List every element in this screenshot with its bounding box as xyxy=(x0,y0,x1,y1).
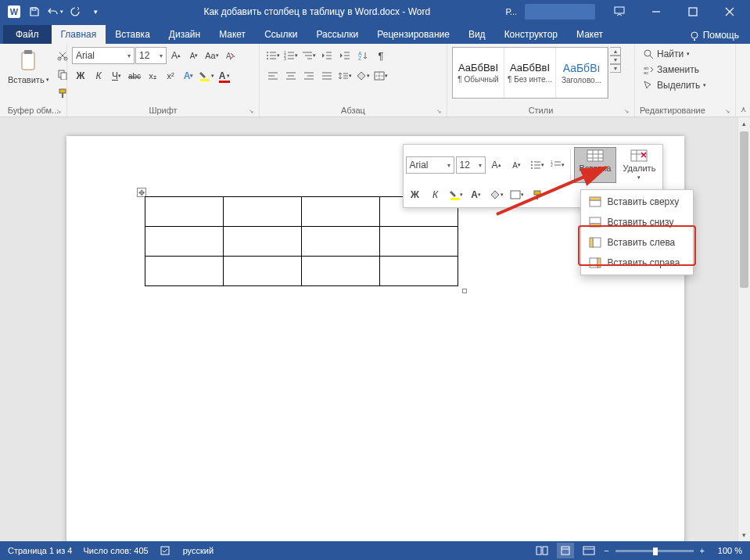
status-spellcheck-icon[interactable] xyxy=(160,545,172,556)
tell-me-icon[interactable]: Помощь xyxy=(689,30,739,41)
tab-home[interactable]: Главная xyxy=(52,25,106,44)
line-spacing-icon[interactable]: ▾ xyxy=(336,67,353,84)
account-short[interactable]: Р... xyxy=(504,7,519,16)
close-icon[interactable] xyxy=(712,0,747,23)
undo-icon[interactable]: ▾ xyxy=(45,2,64,21)
status-page[interactable]: Страница 1 из 4 xyxy=(8,546,72,555)
mini-numbering-icon[interactable]: 12▾ xyxy=(548,156,567,174)
maximize-icon[interactable] xyxy=(675,0,710,23)
styles-gallery[interactable]: АаБбВвI¶ Обычный АаБбВвI¶ Без инте... Аа… xyxy=(452,47,608,99)
sort-icon[interactable]: AZ xyxy=(354,47,371,64)
font-color-icon[interactable]: A▾ xyxy=(216,67,233,84)
menu-insert-right[interactable]: Вставить справа xyxy=(583,253,691,273)
mini-shading-icon[interactable]: ▾ xyxy=(487,186,506,203)
italic-button[interactable]: К xyxy=(90,67,107,84)
scroll-thumb[interactable] xyxy=(740,131,748,288)
underline-button[interactable]: Ч▾ xyxy=(108,67,125,84)
paste-button[interactable]: Вставить▾ xyxy=(5,47,52,86)
show-marks-icon[interactable]: ¶ xyxy=(372,47,389,64)
strike-button[interactable]: abc xyxy=(126,67,143,84)
mini-font-color-icon[interactable]: A▾ xyxy=(467,186,486,203)
status-words[interactable]: Число слов: 405 xyxy=(83,546,148,555)
font-name-combo[interactable]: Arial▾ xyxy=(72,47,135,64)
zoom-percent[interactable]: 100 % xyxy=(711,546,742,555)
view-web-icon[interactable] xyxy=(580,543,597,558)
vertical-scrollbar[interactable]: ▴ ▾ xyxy=(737,117,750,541)
mini-insert-button[interactable]: Вставка ▾ xyxy=(574,147,617,183)
shading-icon[interactable]: ▾ xyxy=(354,67,371,84)
numbering-icon[interactable]: 123▾ xyxy=(282,47,300,64)
word-app-icon[interactable]: W xyxy=(5,2,23,21)
tab-layout[interactable]: Макет xyxy=(210,25,255,44)
zoom-slider[interactable] xyxy=(615,550,694,552)
style-heading1[interactable]: АаБбВıЗаголово... xyxy=(556,48,608,98)
align-right-icon[interactable] xyxy=(300,67,318,84)
tab-review[interactable]: Рецензирование xyxy=(368,25,459,44)
redo-icon[interactable] xyxy=(66,2,84,21)
grow-font-icon[interactable]: A▴ xyxy=(167,47,185,64)
mini-bullets-icon[interactable]: ▾ xyxy=(528,156,547,174)
mini-painter-icon[interactable] xyxy=(528,186,547,203)
subscript-button[interactable]: x₂ xyxy=(144,67,161,84)
account-name-placeholder[interactable] xyxy=(525,4,595,20)
ribbon-options-icon[interactable] xyxy=(601,0,637,23)
shrink-font-icon[interactable]: A▾ xyxy=(185,47,203,64)
bold-button[interactable]: Ж xyxy=(72,67,89,84)
increase-indent-icon[interactable] xyxy=(336,47,353,64)
svg-rect-73 xyxy=(587,150,603,161)
collapse-ribbon-icon[interactable]: ⋏ xyxy=(736,44,750,117)
mini-font-combo[interactable]: Arial▾ xyxy=(406,156,454,174)
tab-constructor[interactable]: Конструктор xyxy=(495,25,567,44)
change-case-icon[interactable]: Aa▾ xyxy=(203,47,221,64)
mini-grow-icon[interactable]: A▴ xyxy=(487,156,506,174)
zoom-in-icon[interactable]: + xyxy=(700,546,705,555)
zoom-out-icon[interactable]: − xyxy=(604,546,608,555)
mini-size-combo[interactable]: 12▾ xyxy=(456,156,486,174)
select-button[interactable]: Выделить▾ xyxy=(640,78,709,92)
mini-delete-button[interactable]: Удалить ▾ xyxy=(618,148,660,182)
mini-borders-icon[interactable]: ▾ xyxy=(508,186,526,203)
multilevel-icon[interactable]: ▾ xyxy=(300,47,318,64)
scroll-down-icon[interactable]: ▾ xyxy=(738,529,750,541)
tab-mailings[interactable]: Рассылки xyxy=(307,25,368,44)
clear-format-icon[interactable]: A xyxy=(221,47,239,64)
style-no-spacing[interactable]: АаБбВвI¶ Без инте... xyxy=(504,48,556,98)
status-language[interactable]: русский xyxy=(183,546,214,555)
highlight-icon[interactable]: ▾ xyxy=(198,67,215,84)
borders-icon[interactable]: ▾ xyxy=(372,67,389,84)
text-effects-icon[interactable]: A▾ xyxy=(180,67,197,84)
mini-bold-button[interactable]: Ж xyxy=(406,186,425,203)
tab-view[interactable]: Вид xyxy=(459,25,495,44)
document-page[interactable]: ✥ Arial▾ 12▾ A▴ A▾ ▾ 12▾ Вставка ▾ xyxy=(66,136,684,541)
qat-customize-icon[interactable]: ▾ xyxy=(86,2,105,21)
font-size-combo[interactable]: 12▾ xyxy=(135,47,167,64)
tab-layout-table[interactable]: Макет xyxy=(567,25,612,44)
mini-shrink-icon[interactable]: A▾ xyxy=(508,156,526,174)
tab-references[interactable]: Ссылки xyxy=(255,25,307,44)
tab-insert[interactable]: Вставка xyxy=(106,25,160,44)
scroll-up-icon[interactable]: ▴ xyxy=(738,117,750,130)
find-button[interactable]: Найти▾ xyxy=(640,47,709,61)
document-table[interactable] xyxy=(145,196,458,286)
menu-insert-left[interactable]: Вставить слева xyxy=(583,232,691,253)
view-print-icon[interactable] xyxy=(557,543,574,558)
justify-icon[interactable] xyxy=(318,67,336,84)
tab-design[interactable]: Дизайн xyxy=(160,25,210,44)
replace-button[interactable]: abacЗаменить xyxy=(640,63,709,77)
view-read-icon[interactable] xyxy=(533,543,551,558)
menu-insert-above[interactable]: Вставить сверху xyxy=(583,192,691,212)
minimize-icon[interactable] xyxy=(638,0,673,23)
align-center-icon[interactable] xyxy=(282,67,300,84)
mini-italic-button[interactable]: К xyxy=(426,186,445,203)
tab-file[interactable]: Файл xyxy=(3,25,52,44)
table-resize-handle[interactable] xyxy=(462,289,467,293)
styles-scroll[interactable]: ▴▾▾ xyxy=(610,47,621,73)
align-left-icon[interactable] xyxy=(264,67,282,84)
superscript-button[interactable]: x² xyxy=(162,67,179,84)
decrease-indent-icon[interactable] xyxy=(318,47,336,64)
save-icon[interactable] xyxy=(25,2,44,21)
bullets-icon[interactable]: ▾ xyxy=(264,47,282,64)
style-normal[interactable]: АаБбВвI¶ Обычный xyxy=(453,48,504,98)
menu-insert-below[interactable]: Вставить снизу xyxy=(583,212,691,232)
mini-underline2-icon[interactable]: ▾ xyxy=(447,186,465,203)
